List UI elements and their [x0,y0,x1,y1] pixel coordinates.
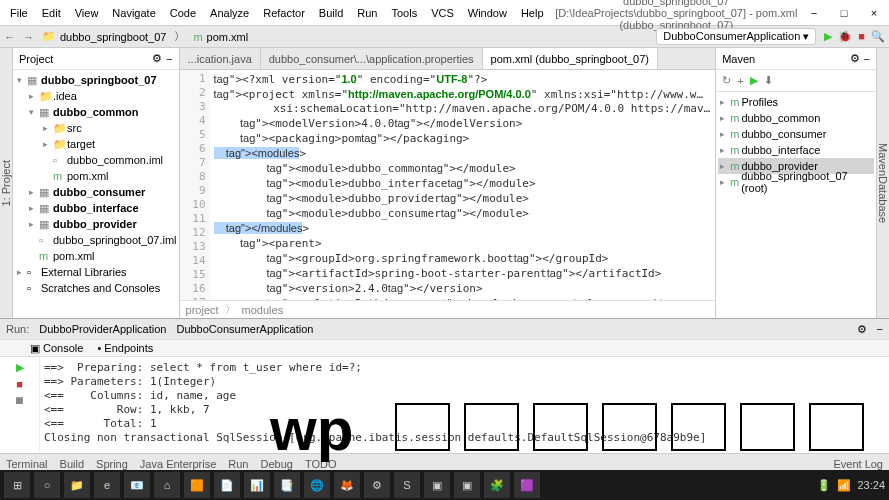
taskbar-app[interactable]: 🦊 [334,472,360,498]
tree-item[interactable]: ▸📁target [15,136,177,152]
taskbar-app[interactable]: ▣ [454,472,480,498]
menu-code[interactable]: Code [164,4,202,22]
taskbar-app[interactable]: 🟧 [184,472,210,498]
taskbar-app[interactable]: ⌂ [154,472,180,498]
bottom-tab-run[interactable]: Run [228,458,248,470]
left-gutter[interactable]: 1: Project [0,48,13,318]
tree-item[interactable]: ▸▫External Libraries [15,264,177,280]
run-tab-provider[interactable]: DubboProviderApplication [39,323,166,335]
rerun-icon[interactable]: ▶ [16,361,24,374]
menu-tools[interactable]: Tools [385,4,423,22]
stop-icon[interactable]: ■ [16,378,23,390]
taskbar-app[interactable]: 🧩 [484,472,510,498]
stop-icon[interactable]: ■ [858,30,865,43]
taskbar-app[interactable]: 🟪 [514,472,540,498]
menu-edit[interactable]: Edit [36,4,67,22]
maven-run-icon[interactable]: ▶ [750,74,758,87]
menu-file[interactable]: File [4,4,34,22]
maven-refresh-icon[interactable]: ↻ [722,74,731,87]
maven-item[interactable]: ▸ m dubbo_springboot_07 (root) [718,174,874,190]
menu-window[interactable]: Window [462,4,513,22]
tree-item[interactable]: ▾▦dubbo_common [15,104,177,120]
minimize-icon[interactable]: − [799,0,829,26]
search-icon[interactable]: 🔍 [871,30,885,43]
panel-hide-icon[interactable]: − [166,53,172,65]
maven-item[interactable]: ▸ m dubbo_interface [718,142,874,158]
taskbar-app[interactable]: 📊 [244,472,270,498]
bottom-tab-build[interactable]: Build [60,458,84,470]
run-settings-icon[interactable]: ⚙ [857,323,867,336]
editor-tab[interactable]: dubbo_consumer\...\application.propertie… [261,48,483,69]
panel-settings-icon[interactable]: ⚙ [152,52,162,65]
tree-item[interactable]: ▸▦dubbo_provider [15,216,177,232]
tree-item[interactable]: ▸▦dubbo_interface [15,200,177,216]
tree-item[interactable]: ▸📁.idea [15,88,177,104]
run-toolbar[interactable]: ▶ ■ ⏹ [0,357,40,453]
windows-taskbar[interactable]: ⊞○📁e📧⌂🟧📄📊📑🌐🦊⚙S▣▣🧩🟪🔋📶23:24 [0,470,889,500]
nav-back-icon[interactable]: ← [4,31,15,43]
run-config-select[interactable]: DubboConsumerApplication ▾ [656,28,816,45]
menu-help[interactable]: Help [515,4,550,22]
maximize-icon[interactable]: □ [829,0,859,26]
run-icon[interactable]: ▶ [824,30,832,43]
tree-item[interactable]: ▸📁src [15,120,177,136]
maven-item[interactable]: ▸ m dubbo_consumer [718,126,874,142]
system-tray[interactable]: 🔋📶23:24 [817,479,885,492]
menu-navigate[interactable]: Navigate [106,4,161,22]
taskbar-app[interactable]: 📄 [214,472,240,498]
tree-item[interactable]: ▾▦dubbo_springboot_07 [15,72,177,88]
maven-item[interactable]: ▸ m Profiles [718,94,874,110]
menu-build[interactable]: Build [313,4,349,22]
taskbar-app[interactable]: ⚙ [364,472,390,498]
editor-tabs[interactable]: ...ication.javadubbo_consumer\...\applic… [180,48,716,70]
taskbar-app[interactable]: 📧 [124,472,150,498]
close-icon[interactable]: × [859,0,889,26]
event-log[interactable]: Event Log [833,458,883,470]
taskbar-app[interactable]: e [94,472,120,498]
maven-item[interactable]: ▸ m dubbo_common [718,110,874,126]
console-tab[interactable]: ▣ Console [30,342,83,355]
menu-bar[interactable]: FileEditViewNavigateCodeAnalyzeRefactorB… [0,4,554,22]
code-editor[interactable]: tag"><?xml version="1.0" encoding="UTF-8… [210,70,716,300]
bottom-tab-terminal[interactable]: Terminal [6,458,48,470]
bottom-tab-spring[interactable]: Spring [96,458,128,470]
bottom-tab-java enterprise[interactable]: Java Enterprise [140,458,216,470]
debug-icon[interactable]: 🐞 [838,30,852,43]
maven-download-icon[interactable]: ⬇ [764,74,773,87]
endpoints-tab[interactable]: • Endpoints [97,342,153,354]
panel-hide-icon[interactable]: − [864,53,870,65]
maven-tree[interactable]: ▸ m Profiles▸ m dubbo_common▸ m dubbo_co… [716,92,876,192]
tree-item[interactable]: ▸▦dubbo_consumer [15,184,177,200]
taskbar-app[interactable]: 🌐 [304,472,330,498]
taskbar-app[interactable]: 📑 [274,472,300,498]
tree-item[interactable]: ▫Scratches and Consoles [15,280,177,296]
right-gutter[interactable]: MavenDatabase [876,48,889,318]
nav-forward-icon[interactable]: → [23,31,34,43]
tree-item[interactable]: mpom.xml [15,168,177,184]
taskbar-app[interactable]: 📁 [64,472,90,498]
exit-icon[interactable]: ⏹ [14,394,25,406]
tree-item[interactable]: ▫dubbo_springboot_07.iml [15,232,177,248]
breadcrumb-project[interactable]: 📁dubbo_springboot_07 [42,30,166,43]
taskbar-app[interactable]: S [394,472,420,498]
project-tree[interactable]: ▾▦dubbo_springboot_07▸📁.idea▾▦dubbo_comm… [13,70,179,318]
menu-vcs[interactable]: VCS [425,4,460,22]
menu-run[interactable]: Run [351,4,383,22]
menu-analyze[interactable]: Analyze [204,4,255,22]
editor-tab[interactable]: pom.xml (dubbo_springboot_07) [483,48,658,69]
editor-tab[interactable]: ...ication.java [180,48,261,69]
menu-view[interactable]: View [69,4,105,22]
run-tab-consumer[interactable]: DubboConsumerApplication [176,323,313,335]
taskbar-app[interactable]: ○ [34,472,60,498]
run-hide-icon[interactable]: − [877,323,883,335]
maven-settings-icon[interactable]: ⚙ [850,52,860,65]
taskbar-app[interactable]: ⊞ [4,472,30,498]
maven-add-icon[interactable]: + [737,75,743,87]
taskbar-app[interactable]: ▣ [424,472,450,498]
tree-item[interactable]: mpom.xml [15,248,177,264]
window-controls[interactable]: − □ × [799,0,889,26]
breadcrumb-file[interactable]: mpom.xml [193,31,248,43]
tree-item[interactable]: ▫dubbo_common.iml [15,152,177,168]
editor-breadcrumb[interactable]: project〉modules [180,300,716,318]
menu-refactor[interactable]: Refactor [257,4,311,22]
